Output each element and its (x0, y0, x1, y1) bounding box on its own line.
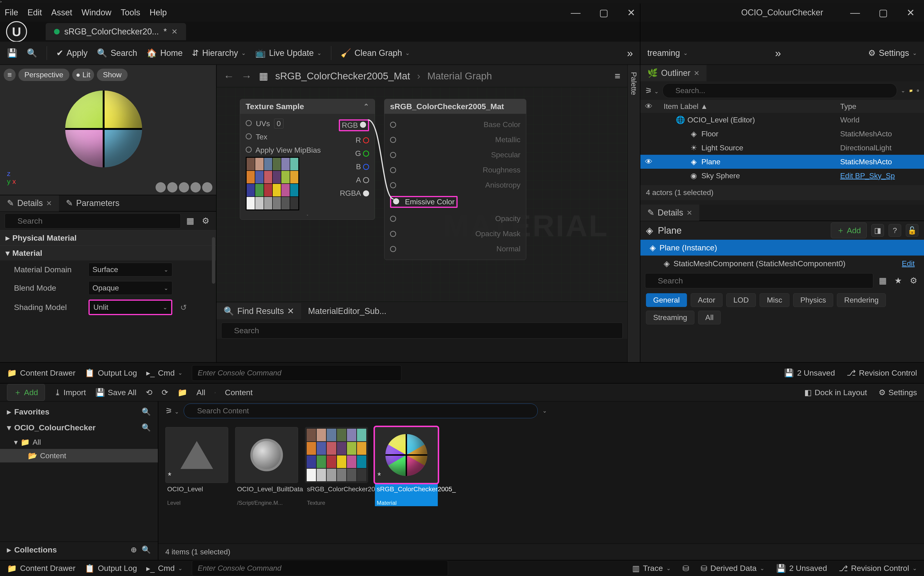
item-label-column[interactable]: Item Label ▲ (654, 102, 840, 111)
close-icon[interactable]: ✕ (687, 209, 692, 217)
bottom-console-input[interactable] (192, 560, 448, 576)
help-icon[interactable]: ? (889, 224, 901, 237)
material-graph-canvas[interactable]: MATERIAL Texture Sample ⌃ UVs 0 Tex (217, 87, 627, 302)
blend-mode-combo[interactable]: Opaque⌄ (88, 281, 172, 295)
outliner-item[interactable]: ☀Light SourceDirectionalLight (640, 141, 924, 155)
output-log-button[interactable]: 📋 Output Log (85, 368, 137, 378)
tab-close-icon[interactable]: ✕ (172, 27, 178, 36)
palette-tab[interactable]: Palette (627, 65, 640, 362)
g-output-pin[interactable] (363, 150, 369, 157)
cb-project-section[interactable]: ▾ OCIO_ColourChecker🔍 (0, 419, 158, 435)
outliner-item[interactable]: 🌐OCIO_Level (Editor)World (640, 113, 924, 127)
settings-button[interactable]: ⚙ Settings ⌄ (868, 48, 917, 58)
filter-all-chip[interactable]: All (698, 311, 721, 325)
breadcrumb-root[interactable]: sRGB_ColorChecker2005_Mat (275, 70, 410, 82)
grid-view-icon[interactable]: ▦ (184, 215, 196, 227)
material-editor-sub-tab[interactable]: MaterialEditor_Sub... (301, 303, 393, 319)
menu-asset[interactable]: Asset (51, 8, 72, 18)
reset-to-default-icon[interactable]: ↺ (180, 303, 187, 312)
material-preview-viewport[interactable]: ≡ Perspective ● Lit Show zy x (0, 65, 216, 195)
folder-icon[interactable]: 📁 (909, 89, 913, 93)
bottom-revision-control[interactable]: ⎇ Revision Control ⌄ (839, 564, 917, 573)
filter-misc-chip[interactable]: Misc (760, 293, 789, 307)
menu-file[interactable]: File (5, 8, 18, 18)
cmd-dropdown[interactable]: ▸_ Cmd ⌄ (146, 368, 183, 378)
browse-icon[interactable]: 🔍 (27, 48, 37, 58)
cb-history-forward-icon[interactable]: ⟳ (162, 388, 168, 397)
close-icon[interactable]: ✕ (46, 199, 52, 207)
content-drawer-button[interactable]: 📁 Content Drawer (7, 368, 75, 378)
toolbar-overflow-icon[interactable]: » (627, 47, 633, 59)
parameters-tab[interactable]: ✎ Parameters (59, 195, 127, 211)
outliner-item[interactable]: ◉Sky SphereEdit BP_Sky_Sp (640, 169, 924, 183)
material-output-node[interactable]: sRGB_ColorChecker2005_Mat Base Color Met… (384, 99, 526, 260)
settings-gear-icon[interactable]: ⚙ (908, 275, 919, 286)
cb-settings-button[interactable]: ⚙ Settings (879, 388, 917, 397)
outliner-settings-icon[interactable]: ⚙ (916, 89, 919, 93)
lit-button[interactable]: ● Lit (72, 69, 94, 81)
graph-root-icon[interactable]: ▦ (259, 70, 268, 82)
cb-tree-content[interactable]: 📂 Content (0, 449, 158, 462)
cb-search-input[interactable] (184, 403, 538, 418)
edit-link[interactable]: Edit (902, 259, 915, 268)
window2-maximize[interactable]: ▢ (879, 7, 888, 18)
document-tab[interactable]: sRGB_ColorChecker20... * ✕ (46, 23, 186, 40)
a-output-pin[interactable] (363, 177, 369, 183)
type-column[interactable]: Type (840, 102, 919, 111)
cb-import-button[interactable]: ⤓ Import (54, 388, 86, 397)
filter-rendering-chip[interactable]: Rendering (837, 293, 886, 307)
menu-help[interactable]: Help (149, 8, 167, 18)
window2-minimize[interactable]: — (850, 7, 860, 18)
lock-icon[interactable]: 🔓 (906, 224, 918, 237)
perspective-button[interactable]: Perspective (18, 69, 69, 81)
revision-control-button[interactable]: ⎇ Revision Control (847, 368, 917, 378)
add-component-button[interactable]: ＋ Add (831, 222, 867, 238)
unsaved-button[interactable]: 💾 2 Unsaved (784, 368, 835, 378)
cb-add-collection-icon[interactable]: ⊕ (131, 545, 137, 554)
clean-graph-button[interactable]: 🧹 Clean Graph ⌄ (341, 48, 410, 58)
right-details-tab[interactable]: ✎ Details ✕ (640, 205, 699, 221)
overflow-icon[interactable]: » (775, 47, 781, 59)
outliner-item[interactable]: ◈FloorStaticMeshActo (640, 127, 924, 141)
search-button[interactable]: 🔍 Search (97, 48, 137, 58)
live-update-button[interactable]: 📺 Live Update ⌄ (255, 48, 322, 58)
expand-icon[interactable]: ⌄ (245, 210, 369, 216)
scrollbar[interactable] (212, 237, 215, 284)
filter-actor-chip[interactable]: Actor (691, 293, 723, 307)
close-icon[interactable]: ✕ (694, 69, 699, 77)
right-details-search-input[interactable] (645, 273, 873, 288)
cb-save-all-button[interactable]: 💾 Save All (95, 388, 136, 397)
grid-view-icon[interactable]: ▦ (877, 275, 889, 286)
texture-sample-node[interactable]: Texture Sample ⌃ UVs 0 Tex Apply View Mi… (240, 99, 375, 220)
menu-window[interactable]: Window (82, 8, 111, 18)
favorites-icon[interactable]: ★ (892, 275, 904, 286)
window-maximize[interactable]: ▢ (599, 7, 608, 18)
outliner-tab[interactable]: 🌿 Outliner ✕ (640, 65, 706, 81)
bottom-cmd-dropdown[interactable]: ▸_ Cmd ⌄ (146, 564, 183, 573)
hierarchy-button[interactable]: ⇵ Hierarchy ⌄ (192, 48, 246, 58)
physical-material-category[interactable]: ▸ Physical Material (0, 230, 216, 245)
asset-card[interactable]: OCIO_Level_BuiltData /Script/Engine.M... (235, 427, 298, 537)
plane-instance-row[interactable]: ◈ Plane (Instance) (640, 240, 924, 256)
bottom-content-drawer[interactable]: 📁 Content Drawer (7, 564, 75, 573)
details-search-input[interactable] (5, 213, 181, 229)
rgba-output-pin[interactable] (363, 190, 369, 197)
cb-history-back-icon[interactable]: ⟲ (146, 388, 152, 397)
show-button[interactable]: Show (97, 69, 128, 81)
console-input[interactable] (192, 365, 401, 381)
cb-filter-icon[interactable]: ⚞ ⌄ (165, 406, 179, 415)
find-search-input[interactable] (221, 323, 623, 339)
asset-card[interactable]: * OCIO_Level Level (165, 427, 228, 537)
cb-favorites-section[interactable]: ▸ Favorites🔍 (0, 404, 158, 419)
trace-button[interactable]: ▥ Trace ⌄ (632, 564, 671, 573)
shading-model-combo[interactable]: Unlit⌄ (88, 299, 172, 315)
collapse-icon[interactable]: ⌃ (363, 102, 369, 110)
filter-icon[interactable]: ⚞ ⌄ (645, 86, 659, 95)
uvs-value[interactable]: 0 (274, 119, 283, 128)
asset-card[interactable]: sRGB_ColorChecker2005 Texture (305, 427, 368, 537)
home-button[interactable]: 🏠 Home (146, 48, 183, 58)
asset-card[interactable]: * sRGB_ColorChecker2005_ Material (375, 427, 438, 537)
save-icon[interactable]: 💾 (7, 48, 18, 58)
filter-physics-chip[interactable]: Physics (793, 293, 833, 307)
outliner-item[interactable]: 👁◈PlaneStaticMeshActo (640, 155, 924, 169)
